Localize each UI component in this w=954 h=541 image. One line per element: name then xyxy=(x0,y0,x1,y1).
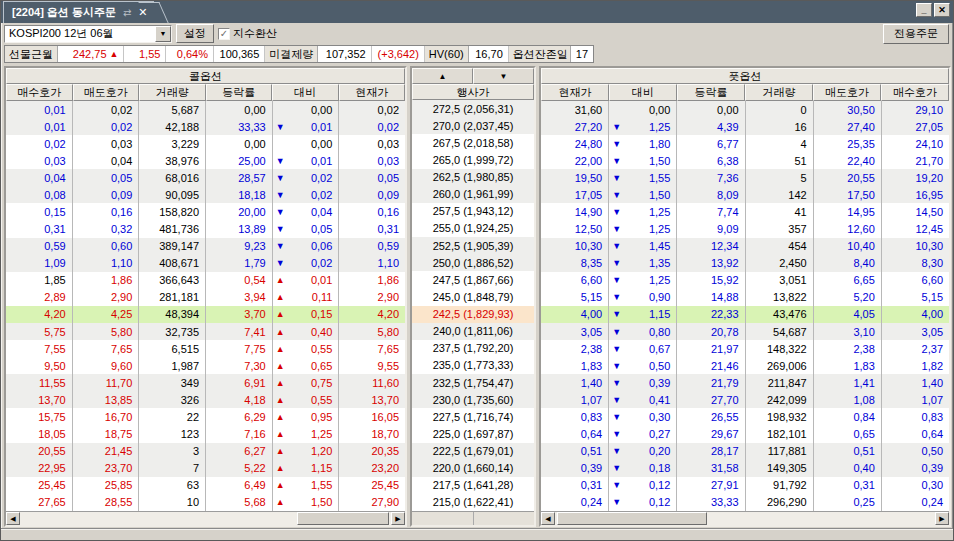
put-option-row[interactable]: 5,15▼0,9014,8813,8225,205,15 xyxy=(541,289,949,306)
contract-select[interactable]: KOSPI200 12년 06월 ▼ xyxy=(4,25,172,43)
put-option-row[interactable]: 0,39▼0,1831,58149,3050,400,39 xyxy=(541,460,949,477)
put-option-row[interactable]: 0,51▼0,2028,17117,8810,510,50 xyxy=(541,443,949,460)
strike-row[interactable]: 245,0 (1,848,79) xyxy=(412,288,534,305)
strike-row[interactable]: 225,0 (1,697,87) xyxy=(412,425,534,442)
strike-row[interactable]: 272,5 (2,056,31) xyxy=(412,100,534,117)
strike-row[interactable]: 217,5 (1,641,28) xyxy=(412,477,534,494)
strike-row[interactable]: 242,5 (1,829,93) xyxy=(412,306,534,323)
column-header-bid-price[interactable]: 매수호가 xyxy=(6,84,73,101)
column-header-change-rate[interactable]: 등락률 xyxy=(206,84,273,101)
call-horizontal-scrollbar[interactable]: ◀ ▶ xyxy=(6,511,405,525)
put-option-row[interactable]: 1,07▼0,4127,70242,0991,081,07 xyxy=(541,391,949,408)
strike-row[interactable]: 262,5 (1,980,85) xyxy=(412,169,534,186)
put-option-row[interactable]: 10,30▼1,4512,3445410,4010,30 xyxy=(541,238,949,255)
strike-row[interactable]: 235,0 (1,773,33) xyxy=(412,357,534,374)
tab-pin-icon[interactable]: ⇄ xyxy=(123,7,131,18)
put-horizontal-scrollbar[interactable]: ◀ ▶ xyxy=(541,511,949,525)
strike-row[interactable]: 247,5 (1,867,66) xyxy=(412,271,534,288)
column-header-last-price[interactable]: 현재가 xyxy=(541,84,609,101)
put-option-row[interactable]: 27,20▼1,254,391627,4027,05 xyxy=(541,118,949,135)
strike-row[interactable]: 220,0 (1,660,14) xyxy=(412,460,534,477)
call-option-row[interactable]: 4,204,2548,3943,70▲0,154,20 xyxy=(6,306,405,323)
scroll-right-icon[interactable]: ▶ xyxy=(935,512,949,525)
column-header-net-change[interactable]: 대비 xyxy=(272,84,339,101)
put-option-row[interactable]: 6,60▼1,2515,923,0516,656,60 xyxy=(541,272,949,289)
strike-row[interactable]: 237,5 (1,792,20) xyxy=(412,340,534,357)
strike-row[interactable]: 267,5 (2,018,58) xyxy=(412,134,534,151)
strike-row[interactable]: 260,0 (1,961,99) xyxy=(412,186,534,203)
put-option-row[interactable]: 0,83▼0,3026,55198,9320,840,83 xyxy=(541,408,949,425)
call-scrollbar-thumb[interactable] xyxy=(297,512,389,525)
column-header-volume[interactable]: 거래량 xyxy=(745,84,813,101)
strike-row[interactable]: 255,0 (1,924,25) xyxy=(412,220,534,237)
put-option-row[interactable]: 24,80▼1,806,77425,3524,10 xyxy=(541,135,949,152)
put-option-row[interactable]: 17,05▼1,508,0914217,5016,95 xyxy=(541,186,949,203)
call-option-row[interactable]: 15,7516,70226,29▲0,9516,05 xyxy=(6,408,405,425)
put-option-row[interactable]: 1,83▼0,5021,46269,0061,831,82 xyxy=(541,357,949,374)
strike-row[interactable]: 232,5 (1,754,47) xyxy=(412,374,534,391)
settings-button[interactable]: 설정 xyxy=(176,24,214,43)
call-option-row[interactable]: 25,4525,85636,49▲1,5525,45 xyxy=(6,477,405,494)
strike-row[interactable]: 215,0 (1,622,41) xyxy=(412,494,534,511)
scroll-left-icon[interactable]: ◀ xyxy=(541,512,555,525)
put-option-row[interactable]: 0,24▼0,1233,33296,2900,250,24 xyxy=(541,494,949,511)
call-option-row[interactable]: 11,5511,703496,91▲0,7511,60 xyxy=(6,374,405,391)
column-header-net-change[interactable]: 대비 xyxy=(609,84,677,101)
put-option-row[interactable]: 12,50▼1,259,0935712,6012,45 xyxy=(541,221,949,238)
sort-up-button[interactable]: ▲ xyxy=(412,68,473,84)
call-option-row[interactable]: 0,030,0438,97625,00▼0,010,03 xyxy=(6,152,405,169)
strike-row[interactable]: 270,0 (2,037,45) xyxy=(412,117,534,134)
put-option-row[interactable]: 1,40▼0,3921,79211,8471,411,40 xyxy=(541,374,949,391)
put-option-row[interactable]: 22,00▼1,506,385122,4021,70 xyxy=(541,152,949,169)
strike-row[interactable]: 265,0 (1,999,72) xyxy=(412,151,534,168)
call-option-row[interactable]: 0,590,60389,1479,23▼0,060,59 xyxy=(6,238,405,255)
call-option-row[interactable]: 0,150,16158,82020,00▼0,040,16 xyxy=(6,203,405,220)
column-header-last-price[interactable]: 현재가 xyxy=(339,84,406,101)
put-option-row[interactable]: 0,64▼0,2729,67182,1010,650,64 xyxy=(541,425,949,442)
put-option-row[interactable]: 0,31▼0,1227,9191,7920,310,30 xyxy=(541,477,949,494)
strike-row[interactable]: 227,5 (1,716,74) xyxy=(412,408,534,425)
dedicated-order-button[interactable]: 전용주문 xyxy=(883,24,949,44)
strike-row[interactable]: 240,0 (1,811,06) xyxy=(412,323,534,340)
put-option-row[interactable]: 31,600,000,00030,5029,10 xyxy=(541,101,949,118)
call-option-row[interactable]: 0,020,033,2290,000,000,03 xyxy=(6,135,405,152)
put-option-row[interactable]: 4,00▼1,1522,3343,4764,054,00 xyxy=(541,306,949,323)
call-option-row[interactable]: 2,892,90281,1813,94▲0,112,90 xyxy=(6,289,405,306)
index-conversion-checkbox[interactable]: ✓ 지수환산 xyxy=(218,26,277,41)
call-option-row[interactable]: 0,010,0242,18833,33▼0,010,02 xyxy=(6,118,405,135)
strike-row[interactable]: 252,5 (1,905,39) xyxy=(412,237,534,254)
column-header-volume[interactable]: 거래량 xyxy=(139,84,206,101)
call-option-row[interactable]: 27,6528,55105,68▲1,5027,90 xyxy=(6,494,405,511)
column-header-ask-price[interactable]: 매도호가 xyxy=(73,84,140,101)
call-option-row[interactable]: 7,557,656,5157,75▲0,557,65 xyxy=(6,340,405,357)
put-option-row[interactable]: 3,05▼0,8020,7854,6873,103,05 xyxy=(541,323,949,340)
call-option-row[interactable]: 0,080,0990,09518,18▼0,020,09 xyxy=(6,186,405,203)
call-option-row[interactable]: 0,040,0568,01628,57▼0,020,05 xyxy=(6,169,405,186)
scroll-left-icon[interactable]: ◀ xyxy=(6,512,20,525)
put-option-row[interactable]: 2,38▼0,6721,97148,3222,382,37 xyxy=(541,340,949,357)
call-option-row[interactable]: 0,010,025,6870,000,000,02 xyxy=(6,101,405,118)
strike-row[interactable]: 230,0 (1,735,60) xyxy=(412,391,534,408)
chevron-down-icon[interactable]: ▼ xyxy=(155,26,171,42)
scroll-right-icon[interactable]: ▶ xyxy=(391,512,405,525)
call-option-row[interactable]: 18,0518,751237,16▲1,2518,70 xyxy=(6,425,405,442)
column-header-change-rate[interactable]: 등락률 xyxy=(677,84,745,101)
call-option-row[interactable]: 20,5521,4536,27▲1,2020,35 xyxy=(6,443,405,460)
strike-row[interactable]: 250,0 (1,886,52) xyxy=(412,254,534,271)
sort-down-button[interactable]: ▼ xyxy=(473,68,534,84)
put-option-row[interactable]: 14,90▼1,257,744114,9514,50 xyxy=(541,203,949,220)
call-option-row[interactable]: 22,9523,7075,22▲1,1523,20 xyxy=(6,460,405,477)
column-header-ask-price[interactable]: 매도호가 xyxy=(813,84,881,101)
window-tab[interactable]: [2204] 옵션 동시주문 ⇄ ✕ xyxy=(3,1,154,23)
column-header-bid-price[interactable]: 매수호가 xyxy=(881,84,949,101)
close-button[interactable]: ✕ xyxy=(934,3,950,17)
put-option-row[interactable]: 8,35▼1,3513,922,4508,408,30 xyxy=(541,255,949,272)
strike-row[interactable]: 257,5 (1,943,12) xyxy=(412,203,534,220)
put-scrollbar-thumb[interactable] xyxy=(557,512,707,525)
tab-close-icon[interactable]: ✕ xyxy=(138,6,147,19)
call-option-row[interactable]: 13,7013,853264,18▲0,5513,70 xyxy=(6,391,405,408)
strike-row[interactable]: 222,5 (1,679,01) xyxy=(412,443,534,460)
put-option-row[interactable]: 19,50▼1,557,36520,5519,20 xyxy=(541,169,949,186)
call-option-row[interactable]: 1,091,10408,6711,79▼0,021,10 xyxy=(6,255,405,272)
call-option-row[interactable]: 9,509,601,9877,30▲0,659,55 xyxy=(6,357,405,374)
